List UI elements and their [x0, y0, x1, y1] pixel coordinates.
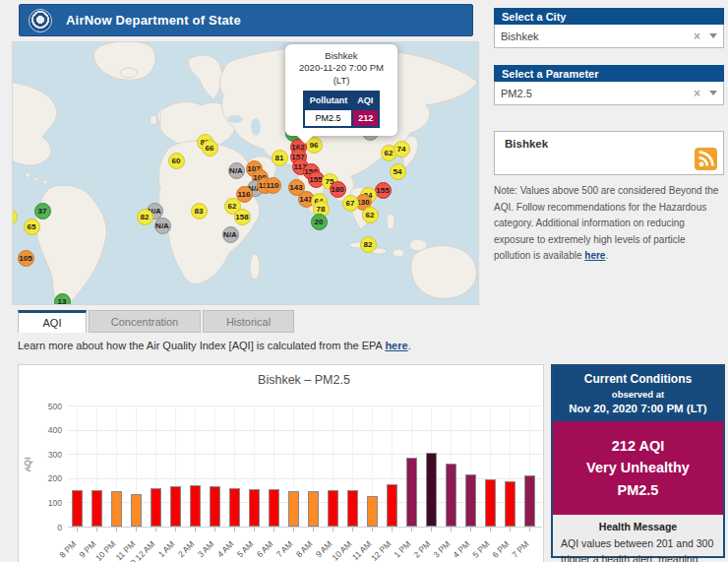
parameter-caret-down-icon[interactable] [709, 91, 717, 95]
chart-bar[interactable] [406, 458, 417, 527]
chart-x-tick [96, 528, 97, 531]
aqi-marker[interactable]: 54 [390, 163, 406, 180]
aqi-marker[interactable]: 82 [360, 236, 377, 253]
city-select-box: Select a City Bishkek × [494, 8, 724, 48]
feed-city-label: Bishkek [505, 138, 548, 150]
conditions-aqi-value: 212 AQI [557, 435, 719, 457]
aqi-marker[interactable]: 83 [191, 203, 208, 219]
aqi-marker[interactable]: 62 [362, 207, 379, 223]
chart-bar[interactable] [308, 491, 319, 527]
aqi-marker[interactable]: N/A [228, 162, 245, 179]
chart-x-tick [136, 528, 137, 531]
learn-more-text: Learn more about how the Air Quality Ind… [18, 340, 411, 351]
chart-bar[interactable] [485, 479, 496, 527]
chart-y-tick-label: 200 [30, 473, 62, 483]
aqi-marker[interactable]: 158 [234, 209, 251, 225]
parameter-select-box: Select a Parameter PM2.5 × [494, 65, 724, 105]
chart-x-tick [175, 528, 176, 531]
city-select-dropdown[interactable]: Bishkek × [494, 25, 724, 48]
chart-x-tick [254, 528, 255, 531]
chart-bar[interactable] [91, 490, 102, 527]
aqi-marker[interactable]: 37 [34, 203, 51, 219]
aqi-marker[interactable]: 116 [236, 186, 253, 203]
aqi-marker[interactable]: 82 [137, 209, 153, 225]
aqi-marker[interactable]: 74 [394, 141, 410, 157]
chart-x-tick [333, 528, 334, 531]
chart-y-tick-label: 100 [30, 498, 62, 508]
popup-table: Pollutant AQI PM2.5 212 [303, 91, 381, 128]
chart-bar[interactable] [229, 488, 240, 527]
chart-bar[interactable] [367, 496, 378, 527]
tab-concentration[interactable]: Concentration [89, 310, 201, 333]
city-select-header: Select a City [494, 8, 724, 25]
chart-bar[interactable] [524, 475, 535, 527]
aqi-marker[interactable]: 66 [202, 140, 218, 156]
chart-bar[interactable] [465, 474, 476, 527]
chart-bar[interactable] [210, 486, 220, 527]
rss-feed-icon[interactable] [695, 148, 717, 170]
parameter-clear-icon[interactable]: × [687, 87, 707, 100]
chart-y-tick-label: 0 [30, 523, 62, 532]
chart-y-axis-label: AQI [23, 458, 32, 472]
aqi-marker[interactable]: 105 [18, 250, 34, 267]
aqi-marker[interactable]: 65 [24, 219, 40, 235]
chart-bar[interactable] [190, 485, 201, 527]
conditions-aqi-pollutant: PM2.5 [557, 479, 719, 501]
aqi-marker[interactable]: 110 [265, 177, 281, 194]
world-map-basemap [13, 42, 479, 305]
chart-bar[interactable] [170, 486, 181, 527]
chart-x-tick-label: 8 PM [16, 538, 79, 562]
app-header: AirNow Department of State [19, 4, 473, 36]
chart-bar[interactable] [111, 491, 122, 527]
learn-more-link[interactable]: here [385, 340, 407, 351]
chart-x-tick [529, 528, 530, 531]
popup-col-pollutant: Pollutant [304, 92, 353, 109]
chart-bar[interactable] [347, 490, 358, 527]
chart-bar[interactable] [387, 484, 397, 527]
tab-aqi[interactable]: AQI [18, 310, 87, 333]
parameter-select-dropdown[interactable]: PM2.5 × [494, 82, 724, 105]
popup-datetime: 2020-11-20 7:00 PM [290, 62, 393, 74]
popup-city: Bishkek [290, 50, 393, 62]
conditions-header: Current Conditions observed at Nov 20, 2… [553, 366, 723, 421]
map-popup: Bishkek 2020-11-20 7:00 PM (LT) Pollutan… [285, 44, 397, 136]
aqi-marker[interactable]: 180 [330, 181, 346, 198]
city-caret-down-icon[interactable] [709, 33, 717, 38]
view-tabs: AQI Concentration Historical [18, 310, 296, 333]
parameter-select-header: Select a Parameter [494, 65, 724, 82]
chart-x-tick [195, 528, 196, 531]
aqi-marker[interactable]: 67 [342, 195, 359, 212]
aqi-marker[interactable]: 13 [54, 293, 71, 306]
aqi-marker[interactable]: N/A [154, 218, 171, 234]
parameter-select-value: PM2.5 [501, 88, 687, 99]
world-aqi-map[interactable]: 3765105136608666N/A82N/A8362158N/AN/A107… [12, 41, 479, 305]
chart-bar[interactable] [328, 490, 338, 527]
city-clear-icon[interactable]: × [687, 30, 707, 43]
city-feed-box: Bishkek [494, 131, 724, 175]
chart-x-tick [372, 528, 373, 531]
note-link[interactable]: here [584, 250, 605, 261]
chart-y-tick-label: 500 [30, 402, 62, 411]
chart-bar[interactable] [288, 491, 299, 527]
chart-bar[interactable] [505, 481, 516, 527]
chart-bar[interactable] [151, 488, 161, 527]
aqi-marker[interactable]: N/A [222, 226, 239, 243]
tab-historical[interactable]: Historical [203, 310, 294, 333]
aqi-marker[interactable]: 155 [375, 182, 392, 199]
current-conditions-panel: Current Conditions observed at Nov 20, 2… [551, 364, 725, 558]
aqi-marker[interactable]: 81 [272, 150, 288, 166]
chart-bar[interactable] [269, 489, 279, 527]
chart-bar[interactable] [446, 464, 456, 527]
popup-aqi-value: 212 [352, 109, 379, 127]
aqi-marker[interactable]: 20 [311, 214, 328, 230]
chart-bar[interactable] [249, 489, 260, 527]
chart-x-tick [313, 528, 314, 531]
chart-bar[interactable] [131, 494, 142, 527]
chart-x-tick [490, 528, 491, 531]
chart-bar[interactable] [72, 490, 83, 527]
aqi-marker[interactable]: 60 [168, 153, 185, 169]
chart-x-tick [451, 528, 452, 531]
health-message-title: Health Message [561, 521, 715, 532]
aqi-chart-panel: Bishkek – PM2.5 AQI 01002003004005008 PM… [18, 364, 544, 562]
chart-bar[interactable] [426, 453, 437, 527]
